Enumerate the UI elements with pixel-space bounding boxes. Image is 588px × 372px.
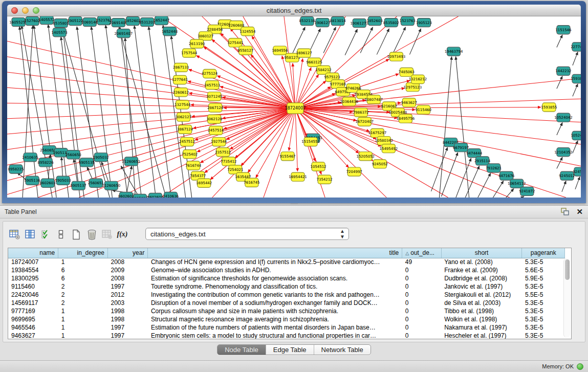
- table-cell[interactable]: 2: [58, 291, 108, 299]
- graph-edge-red[interactable]: [7, 57, 295, 108]
- table-cell[interactable]: Franke et al. (2009): [441, 266, 522, 274]
- table-cell[interactable]: Genome–wide association studies in ADHD.: [148, 266, 402, 274]
- column-header-pagerank[interactable]: pagerank: [522, 248, 565, 258]
- table-vertical-scrollbar[interactable]: [563, 258, 570, 338]
- graph-edge-black[interactable]: [456, 57, 469, 198]
- row-height-button[interactable]: [53, 227, 69, 242]
- tab-network-table[interactable]: Network Table: [314, 345, 371, 355]
- graph-edge-black[interactable]: [573, 141, 578, 153]
- table-cell[interactable]: Jankovic et al. (1997): [441, 282, 522, 291]
- table-cell[interactable]: 5.3E-5: [522, 332, 565, 339]
- table-row[interactable]: 1938455462009Genome–wide association stu…: [8, 266, 565, 274]
- table-cell[interactable]: 0: [402, 299, 441, 307]
- table-cell[interactable]: 1: [58, 315, 108, 323]
- table-cell[interactable]: 1: [58, 332, 108, 339]
- table-cell[interactable]: 5.3E-5: [522, 323, 565, 332]
- network-canvas-svg[interactable]: 1605525715276021405572853580119051222069…: [7, 16, 581, 198]
- table-cell[interactable]: 0: [402, 307, 441, 315]
- attribute-table[interactable]: namein_degreeyeartitle△out_de...shortpag…: [8, 248, 565, 339]
- graph-edge-black[interactable]: [323, 27, 336, 53]
- graph-edge-black[interactable]: [34, 26, 56, 198]
- table-cell[interactable]: 1998: [107, 307, 147, 315]
- combo-stepper-icon[interactable]: ▲▼: [340, 228, 349, 239]
- graph-edge-black[interactable]: [345, 29, 357, 55]
- delete-button[interactable]: [84, 227, 99, 242]
- table-cell[interactable]: 2008: [107, 274, 147, 282]
- table-cell[interactable]: 5.3E-5: [522, 282, 565, 291]
- table-cell[interactable]: 5.3E-5: [522, 307, 565, 315]
- scrollbar-thumb[interactable]: [565, 259, 570, 280]
- table-cell[interactable]: 9777169: [8, 307, 58, 315]
- table-header-row[interactable]: namein_degreeyeartitle△out_de...shortpag…: [8, 248, 565, 258]
- table-cell[interactable]: 0: [402, 332, 441, 339]
- graph-edge-black[interactable]: [573, 52, 578, 65]
- table-cell[interactable]: Dudbridge et al. (2008): [441, 274, 522, 282]
- graph-edge-black[interactable]: [562, 181, 566, 192]
- table-cell[interactable]: 9115460: [8, 282, 58, 291]
- table-cell[interactable]: 1998: [107, 315, 147, 323]
- graph-edge-black[interactable]: [557, 35, 562, 47]
- table-cell[interactable]: 0: [402, 315, 441, 323]
- network-canvas[interactable]: 1605525715276021405572853580119051222069…: [7, 16, 581, 198]
- column-header-title[interactable]: title: [148, 248, 402, 258]
- table-row[interactable]: 1830029562008Estimation of significance …: [8, 274, 565, 282]
- table-cell[interactable]: 18724007: [8, 258, 58, 266]
- graph-edge-red[interactable]: [7, 103, 295, 108]
- table-cell[interactable]: Tourette syndrome. Phenomenology and cla…: [148, 282, 402, 291]
- graph-edge-red[interactable]: [295, 59, 303, 108]
- table-row[interactable]: 2242004622012Investigating the contribut…: [8, 291, 565, 299]
- table-cell[interactable]: Investigating the contribution of common…: [148, 291, 402, 299]
- table-cell[interactable]: 1: [58, 307, 108, 315]
- table-cell[interactable]: 5.5E-5: [522, 291, 565, 299]
- graph-edge-red[interactable]: [295, 108, 297, 171]
- table-cell[interactable]: 1: [58, 323, 108, 332]
- tab-node-table[interactable]: Node Table: [217, 345, 266, 355]
- table-cell[interactable]: 9463627: [8, 332, 58, 339]
- table-body[interactable]: 1872400712008Changes of HCN gene express…: [8, 258, 565, 339]
- table-cell[interactable]: 2012: [107, 291, 147, 299]
- table-cell[interactable]: Corpus callosum shape and size in male p…: [148, 307, 402, 315]
- graph-edge-black[interactable]: [476, 173, 491, 198]
- node-table[interactable]: namein_degreeyeartitle△out_de...shortpag…: [8, 248, 572, 339]
- graph-edge-black[interactable]: [557, 123, 562, 135]
- graph-edge-black[interactable]: [393, 27, 405, 53]
- graph-edge-black[interactable]: [77, 27, 98, 198]
- table-cell[interactable]: 0: [402, 282, 441, 291]
- window-titlebar[interactable]: citations_edges.txt: [7, 5, 581, 16]
- graph-edge-black[interactable]: [440, 57, 452, 198]
- new-file-button[interactable]: [69, 227, 84, 242]
- column-header-out_de[interactable]: △out_de...: [402, 248, 441, 258]
- graph-edge-black[interactable]: [61, 37, 80, 198]
- table-row[interactable]: 977716911998Corpus callosum shape and si…: [8, 307, 565, 315]
- table-cell[interactable]: 49: [402, 258, 441, 266]
- table-cell[interactable]: 6: [58, 274, 108, 282]
- table-cell[interactable]: Tibbo et al. (1998): [441, 307, 522, 315]
- table-cell[interactable]: 5.3E-5: [522, 258, 565, 266]
- float-window-icon[interactable]: [561, 208, 570, 215]
- graph-edge-black[interactable]: [62, 28, 110, 198]
- table-cell[interactable]: 2009: [107, 266, 147, 274]
- column-header-name[interactable]: name: [8, 248, 58, 258]
- close-panel-icon[interactable]: ✕: [576, 208, 583, 215]
- graph-edge-red[interactable]: [289, 108, 295, 151]
- table-cell[interactable]: Structural magnetic resonance image aver…: [148, 315, 402, 323]
- tab-edge-table[interactable]: Edge Table: [266, 345, 314, 355]
- table-cell[interactable]: 6: [58, 266, 108, 274]
- table-row[interactable]: 1872400712008Changes of HCN gene express…: [8, 258, 565, 266]
- table-row[interactable]: 946362711997Embryonic stem cells: a mode…: [8, 332, 565, 339]
- table-cell[interactable]: 5.3E-5: [522, 315, 565, 323]
- graph-edge-black[interactable]: [23, 26, 33, 198]
- table-cell[interactable]: 0: [402, 323, 441, 332]
- graph-edge-red[interactable]: [295, 108, 581, 122]
- table-cell[interactable]: 2: [58, 299, 108, 307]
- table-row[interactable]: 1456911722003Disruption of a novel membe…: [8, 299, 565, 307]
- table-cell[interactable]: Embryonic stem cells: a model to study s…: [148, 332, 402, 339]
- graph-edge-black[interactable]: [573, 84, 578, 96]
- row-checks-button[interactable]: [38, 227, 53, 242]
- table-cell[interactable]: 5.3E-5: [522, 299, 565, 307]
- table-cell[interactable]: 14569117: [8, 299, 58, 307]
- column-header-short[interactable]: short: [441, 248, 522, 258]
- graph-edge-red[interactable]: [293, 63, 295, 108]
- memory-status-indicator[interactable]: [577, 363, 583, 370]
- table-cell[interactable]: 22420046: [8, 291, 58, 299]
